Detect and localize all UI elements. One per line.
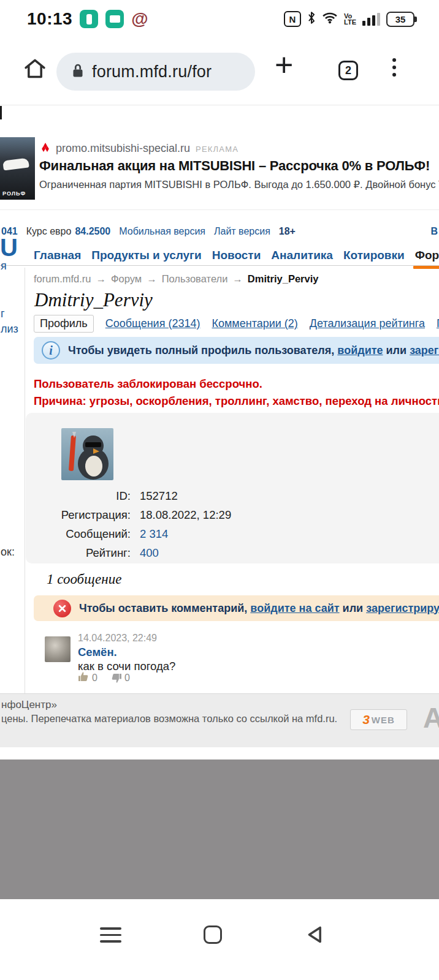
- login-link[interactable]: войдите: [337, 344, 383, 356]
- field-msgs-label: Сообщений:: [34, 527, 131, 541]
- browser-menu-button[interactable]: [392, 58, 396, 77]
- page-title: Dmitriy_Perviy: [34, 289, 153, 311]
- lite-version-link[interactable]: Лайт версия: [214, 226, 270, 237]
- sidebar-fragment-4: ок:: [1, 546, 15, 559]
- nav-item-kotirovki[interactable]: Котировки: [343, 249, 405, 266]
- lock-icon: [72, 63, 83, 80]
- tab-rating-details[interactable]: Детализация рейтинга: [310, 317, 425, 330]
- profile-tabs: Профиль Сообщения (2314) Комментарии (2)…: [34, 315, 439, 333]
- page-end-area: [0, 760, 439, 899]
- page-edge-fragment: [0, 106, 2, 119]
- breadcrumb: forum.mfd.ru → Форум → Пользователи → Dm…: [34, 273, 318, 285]
- info-icon: i: [42, 341, 60, 360]
- breadcrumb-current: Dmitriy_Perviy: [248, 273, 319, 285]
- ban-status-text: Пользователь заблокирован бессрочно.: [34, 377, 262, 391]
- tab-switcher-button[interactable]: 2: [338, 61, 358, 80]
- profile-avatar: [61, 428, 113, 480]
- comment-date: 14.04.2023, 22:49: [78, 633, 157, 644]
- comment-author[interactable]: Семён.: [78, 646, 117, 659]
- nav-item-glavnaya[interactable]: Главная: [34, 249, 81, 266]
- login-notice-text: Чтобы увидеть полный профиль пользовател…: [68, 344, 334, 356]
- home-button[interactable]: [23, 58, 47, 82]
- comment-login-link[interactable]: войдите на сайт: [250, 602, 339, 614]
- field-msgs-value[interactable]: 2 314: [140, 527, 168, 541]
- browser-toolbar: forum.mfd.ru/for + 2: [0, 38, 439, 105]
- ad-headline[interactable]: Финальная акция на MITSUBISHI – Рассрочк…: [39, 158, 430, 174]
- nav-item-forum-active[interactable]: Форум: [415, 249, 439, 266]
- at-notification-icon: @: [131, 9, 148, 29]
- login-notice: i Чтобы увидеть полный профиль пользоват…: [34, 337, 439, 364]
- volte-icon: VoLTE: [344, 13, 356, 25]
- field-reg-value: 18.08.2022, 12:29: [140, 508, 231, 522]
- home-nav-button[interactable]: [204, 925, 222, 944]
- messages-header: 1 сообщение: [47, 571, 121, 587]
- bluetooth-icon: [307, 11, 316, 27]
- tab-comments[interactable]: Комментарии (2): [212, 317, 297, 330]
- breadcrumb-arrow-icon: →: [147, 273, 157, 285]
- tab-messages[interactable]: Сообщения (2314): [105, 317, 200, 330]
- site-info-row: 041 Курс евро 84.2500 Мобильная версия Л…: [1, 226, 296, 237]
- ad-domain[interactable]: promo.mitsubishi-special.ru: [56, 142, 190, 155]
- webmoney-logo[interactable]: 3 WEB: [350, 709, 407, 730]
- login-link-fragment[interactable]: В: [430, 226, 438, 237]
- url-bar[interactable]: forum.mfd.ru/for: [56, 53, 255, 91]
- field-id-label: ID:: [34, 489, 131, 503]
- breadcrumb-arrow-icon: →: [96, 273, 107, 285]
- breadcrumb-site[interactable]: forum.mfd.ru: [34, 273, 91, 285]
- field-rating-label: Рейтинг:: [34, 546, 131, 560]
- nfc-icon: N: [284, 11, 301, 27]
- url-text: forum.mfd.ru/for: [92, 62, 212, 81]
- android-nav-bar: [0, 899, 439, 980]
- breadcrumb-forum[interactable]: Форум: [111, 273, 142, 285]
- new-tab-button[interactable]: +: [275, 47, 293, 83]
- footer-badge-fragment: А: [423, 701, 439, 734]
- wifi-icon: [322, 12, 338, 26]
- nav-item-analitika[interactable]: Аналитика: [271, 249, 333, 266]
- ban-reason-text: Причина: угрозы, оскорбления, троллинг, …: [34, 394, 439, 408]
- dislike-count: 0: [124, 673, 130, 684]
- thumb-up-icon[interactable]: [78, 672, 89, 684]
- nav-item-novosti[interactable]: Новости: [212, 249, 261, 266]
- tab-rating-chart[interactable]: График рейтинга: [437, 317, 439, 330]
- site-footer: нфоЦентр» цены. Перепечатка материалов в…: [0, 693, 439, 747]
- comment-text: как в сочи погода?: [78, 660, 175, 673]
- comment-notice-text: Чтобы оставить комментарий,: [79, 602, 247, 614]
- comment-votes: 0 0: [78, 672, 130, 684]
- mobile-version-link[interactable]: Мобильная версия: [119, 226, 205, 237]
- sidebar-fragment-1[interactable]: я: [1, 260, 7, 273]
- field-rating-value[interactable]: 400: [140, 546, 159, 560]
- comment-notice: Чтобы оставить комментарий, войдите на с…: [34, 595, 439, 621]
- euro-rate-value[interactable]: 84.2500: [75, 226, 110, 237]
- age-badge: 18+: [279, 226, 296, 237]
- ad-image-brand: РОЛЬФ: [2, 190, 26, 197]
- sidebar-fragment-3[interactable]: лиз: [1, 323, 18, 336]
- divider: [0, 209, 439, 210]
- comment-notice-or: или: [343, 602, 364, 614]
- error-icon: [53, 600, 71, 617]
- breadcrumb-arrow-icon: →: [232, 273, 243, 285]
- recents-button[interactable]: [100, 927, 121, 947]
- clock: 10:13: [27, 9, 72, 29]
- notification-app-icon: [80, 10, 98, 28]
- footer-fragment: нфоЦентр»: [1, 699, 57, 711]
- screen: 10:13 @ N VoLTE 35: [0, 0, 439, 980]
- signal-icon: [362, 12, 380, 26]
- nav-item-produkty[interactable]: Продукты и услуги: [91, 249, 201, 266]
- nav-divider: [0, 265, 439, 266]
- ad-body[interactable]: Ограниченная партия MITSUBISHI в РОЛЬФ. …: [39, 179, 439, 190]
- footer-copyright: цены. Перепечатка материалов возможна то…: [1, 713, 337, 725]
- thumb-down-icon[interactable]: [111, 673, 121, 683]
- ad-image[interactable]: РОЛЬФ: [0, 137, 35, 200]
- mfd-logo-fragment: U: [0, 234, 18, 262]
- tab-profile[interactable]: Профиль: [34, 315, 94, 333]
- comment-register-link[interactable]: зарегистрируйтесь.: [366, 602, 439, 614]
- register-link[interactable]: зарегистрируйтесь.: [410, 344, 439, 356]
- login-notice-or: или: [386, 344, 407, 356]
- euro-rate-label: Курс евро: [26, 226, 72, 237]
- main-nav: Главная Продукты и услуги Новости Аналит…: [34, 249, 439, 266]
- mitsubishi-logo-icon: [40, 143, 50, 155]
- comment-avatar: [45, 636, 71, 662]
- back-button[interactable]: [307, 925, 324, 946]
- sidebar-fragment-2[interactable]: г: [1, 307, 5, 320]
- breadcrumb-users[interactable]: Пользователи: [162, 273, 228, 285]
